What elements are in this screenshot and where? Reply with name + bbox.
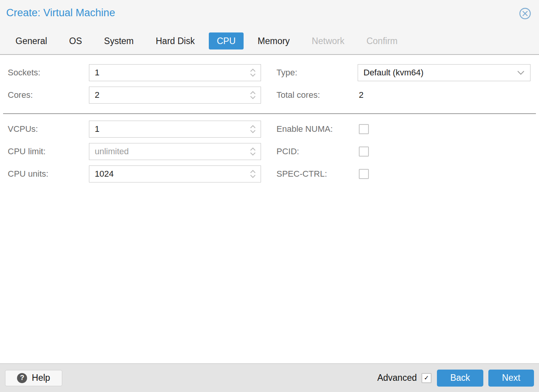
cores-label: Cores: bbox=[8, 87, 85, 104]
enable-numa-checkbox[interactable] bbox=[359, 124, 369, 134]
spinner-down-icon bbox=[250, 73, 256, 77]
back-button[interactable]: Back bbox=[437, 370, 483, 387]
total-cores-label: Total cores: bbox=[276, 87, 354, 104]
spinner-up-icon bbox=[250, 147, 256, 151]
section-divider bbox=[3, 113, 536, 114]
sockets-field bbox=[89, 64, 261, 81]
spinner-down-icon bbox=[250, 175, 256, 178]
cpu-units-field bbox=[89, 165, 261, 182]
cpu-units-spinner[interactable] bbox=[250, 166, 256, 182]
dialog-footer: ? Help Advanced ✓ Back Next bbox=[0, 363, 539, 392]
cores-input[interactable] bbox=[89, 87, 261, 103]
close-icon[interactable] bbox=[519, 7, 531, 20]
type-input[interactable] bbox=[358, 65, 530, 81]
vcpus-input[interactable] bbox=[89, 121, 261, 137]
cores-spinner[interactable] bbox=[250, 87, 256, 103]
spinner-down-icon bbox=[250, 152, 256, 156]
pcid-label: PCID: bbox=[276, 143, 354, 160]
type-combobox[interactable] bbox=[358, 64, 530, 81]
enable-numa-label: Enable NUMA: bbox=[276, 121, 354, 138]
vcpus-spinner[interactable] bbox=[250, 121, 256, 137]
cpu-limit-input[interactable] bbox=[89, 143, 261, 160]
cpu-limit-field bbox=[89, 143, 261, 160]
tab-network: Network bbox=[312, 36, 344, 46]
tab-memory[interactable]: Memory bbox=[258, 36, 290, 46]
sockets-input[interactable] bbox=[89, 65, 261, 81]
cores-field bbox=[89, 87, 261, 104]
cpu-units-label: CPU units: bbox=[8, 165, 85, 182]
total-cores-value: 2 bbox=[359, 87, 363, 104]
advanced-checkbox[interactable]: ✓ bbox=[421, 373, 432, 383]
spinner-up-icon bbox=[250, 125, 256, 128]
help-button[interactable]: ? Help bbox=[5, 370, 62, 386]
cpu-limit-label: CPU limit: bbox=[8, 143, 85, 160]
spinner-up-icon bbox=[250, 68, 256, 72]
spinner-up-icon bbox=[250, 91, 256, 94]
tab-cpu[interactable]: CPU bbox=[209, 32, 244, 49]
next-button[interactable]: Next bbox=[488, 370, 534, 387]
type-label: Type: bbox=[276, 64, 354, 81]
tab-hard-disk[interactable]: Hard Disk bbox=[156, 36, 195, 46]
sockets-spinner[interactable] bbox=[250, 65, 256, 81]
combo-chevron-down-icon[interactable] bbox=[517, 65, 525, 81]
sockets-label: Sockets: bbox=[8, 64, 85, 81]
create-vm-dialog: Create: Virtual Machine General OS Syste… bbox=[0, 0, 539, 392]
dialog-header: Create: Virtual Machine General OS Syste… bbox=[0, 0, 539, 55]
vcpus-label: VCPUs: bbox=[8, 121, 85, 138]
vcpus-field bbox=[89, 121, 261, 138]
pcid-checkbox[interactable] bbox=[359, 147, 369, 157]
cpu-units-input[interactable] bbox=[89, 166, 261, 182]
spec-ctrl-checkbox[interactable] bbox=[359, 169, 369, 179]
tab-bar: General OS System Hard Disk CPU Memory N… bbox=[15, 32, 397, 49]
dialog-title: Create: Virtual Machine bbox=[6, 7, 115, 19]
cpu-limit-spinner[interactable] bbox=[250, 143, 256, 160]
spinner-down-icon bbox=[250, 96, 256, 99]
tab-system[interactable]: System bbox=[104, 36, 134, 46]
question-circle-icon: ? bbox=[17, 373, 27, 383]
spinner-up-icon bbox=[250, 170, 256, 173]
tab-confirm: Confirm bbox=[367, 36, 398, 46]
tab-general[interactable]: General bbox=[15, 36, 47, 46]
help-button-label: Help bbox=[32, 373, 50, 383]
tab-os[interactable]: OS bbox=[69, 36, 82, 46]
advanced-label: Advanced bbox=[377, 373, 417, 383]
check-icon: ✓ bbox=[424, 374, 429, 382]
footer-actions: Advanced ✓ Back Next bbox=[377, 370, 534, 387]
spinner-down-icon bbox=[250, 130, 256, 133]
spec-ctrl-label: SPEC-CTRL: bbox=[276, 165, 354, 182]
